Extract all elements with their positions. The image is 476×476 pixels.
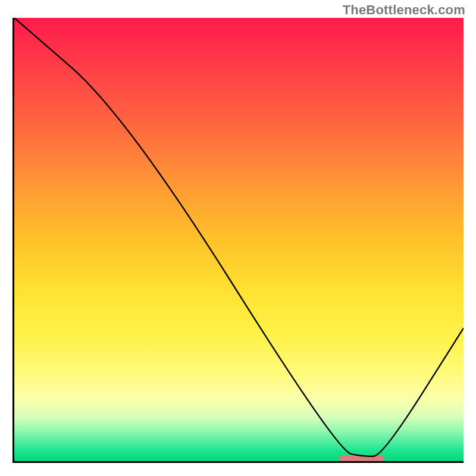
watermark-text: TheBottleneck.com <box>343 2 465 18</box>
background-gradient <box>14 18 464 461</box>
optimal-range-marker <box>339 455 384 462</box>
plot-area <box>12 18 464 463</box>
